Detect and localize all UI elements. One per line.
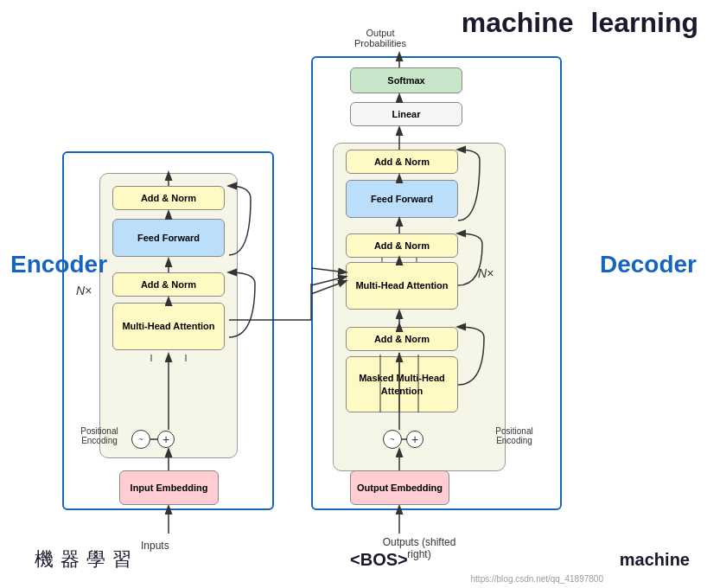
decoder-nx: N×	[478, 266, 494, 280]
encoder-multihead: Multi-Head Attention	[112, 303, 225, 350]
bottom-labels: 機器學習 <BOS> machine	[0, 546, 707, 572]
main-container: machine learning Output Probabilities Ad…	[0, 0, 707, 588]
chinese-text: 機器學習	[35, 546, 138, 572]
encoder-nx: N×	[76, 284, 92, 297]
title-machine: machine	[462, 7, 574, 39]
output-prob-label: Output Probabilities	[346, 28, 415, 48]
watermark: https://blog.csdn.net/qq_41897800	[471, 574, 603, 584]
encoder-pos-circle: ~	[131, 430, 150, 449]
decoder-plus-circle: +	[406, 431, 424, 448]
decoder-multihead: Multi-Head Attention	[346, 262, 458, 310]
title-learning: learning	[591, 7, 698, 39]
decoder-addnorm3: Add & Norm	[346, 327, 458, 351]
encoder-pos-enc: Positional Encoding	[69, 426, 130, 445]
decoder-addnorm2: Add & Norm	[346, 233, 458, 258]
decoder-addnorm1: Add & Norm	[346, 150, 458, 174]
encoder-addnorm1: Add & Norm	[112, 186, 225, 210]
output-embedding: Output Embedding	[350, 470, 449, 505]
decoder-label: Decoder	[600, 251, 697, 278]
top-title: machine learning	[462, 7, 698, 39]
encoder-label: Encoder	[10, 251, 107, 278]
bottom-machine-text: machine	[620, 550, 690, 570]
encoder-addnorm2: Add & Norm	[112, 272, 225, 297]
decoder-pos-circle: ~	[383, 430, 402, 449]
bos-text: <BOS>	[350, 550, 408, 570]
decoder-masked: Masked Multi-Head Attention	[346, 356, 458, 412]
decoder-softmax: Softmax	[350, 67, 462, 93]
input-embedding: Input Embedding	[119, 470, 219, 505]
decoder-feedforward: Feed Forward	[346, 180, 458, 218]
decoder-linear: Linear	[350, 102, 462, 126]
decoder-pos-enc: Positional Encoding	[480, 426, 549, 445]
encoder-feedforward: Feed Forward	[112, 219, 225, 257]
encoder-plus-circle: +	[157, 431, 175, 448]
